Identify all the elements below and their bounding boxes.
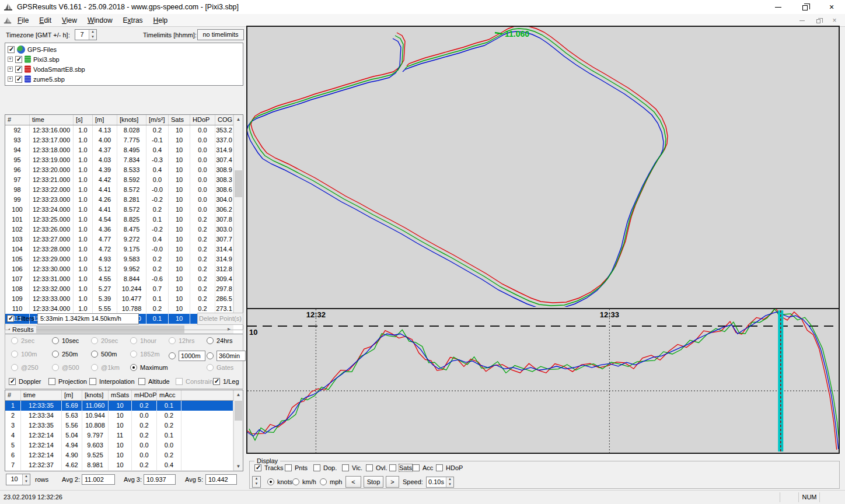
display-checkbox-acc[interactable]: Acc [413, 464, 433, 471]
expand-icon[interactable]: + [8, 66, 13, 72]
checkbox-projection[interactable]: Projection [48, 378, 87, 385]
radio-24hrs[interactable]: 24hrs [207, 337, 233, 344]
tree-item-checkbox[interactable] [15, 66, 22, 73]
menu-edit[interactable]: Edit [34, 15, 57, 26]
column-header[interactable]: mHDoP [132, 390, 157, 400]
table-row[interactable]: 9712:33:21.0001.04.428.5920.0100.0308.3 [5, 175, 243, 185]
radio-1000m[interactable]: 1000m [169, 351, 205, 361]
table-row[interactable]: 10812:33:32.0001.05.2710.2440.7100.2297.… [5, 284, 243, 294]
column-header[interactable]: mSats [109, 390, 132, 400]
scroll-up-icon[interactable]: ▲ [234, 390, 243, 399]
table-row[interactable]: 10112:33:25.0001.04.548.8250.1100.2307.8 [5, 215, 243, 225]
menu-extras[interactable]: Extras [118, 15, 148, 26]
column-header[interactable]: [s] [74, 115, 93, 125]
results-table[interactable]: #time[m][knots]mSatsmHDoPmAcc112:33:355.… [5, 390, 243, 471]
scroll-down-icon[interactable]: ▼ [234, 462, 243, 471]
table-row[interactable]: 212:33:345.6310.944100.00.2 [5, 411, 243, 421]
timezone-spin-arrows[interactable]: ▲▼ [89, 30, 96, 40]
speed-chart[interactable]: 1012:3212:33 [247, 309, 839, 453]
rows-spinner[interactable]: 10 ▲▼ [6, 474, 30, 485]
column-header[interactable]: Sats [169, 115, 190, 125]
zoom-spinner[interactable]: ▲▼ [252, 476, 261, 488]
column-header[interactable]: # [5, 115, 30, 125]
column-header[interactable]: mAcc [157, 390, 181, 400]
table-row[interactable]: 10912:33:33.0001.05.3910.4770.1100.2286.… [5, 294, 243, 304]
table-row[interactable]: 10712:33:31.0001.04.558.844-0.6100.2309.… [5, 274, 243, 284]
trackpoint-table[interactable]: #time[s][m][knots][m/s²]SatsHDoPCOG9212:… [5, 114, 243, 334]
display-checkbox-pnts[interactable]: Pnts [285, 464, 308, 471]
table-row[interactable]: 512:32:144.949.603100.00.0 [5, 440, 243, 450]
column-header[interactable]: COG [215, 115, 233, 125]
radio-10sec[interactable]: 10sec [52, 337, 79, 344]
column-header[interactable] [181, 390, 233, 400]
unit-radio-knots[interactable]: knots [267, 478, 292, 485]
radio-input-360min[interactable]: 360min [217, 351, 246, 361]
radio-maximum[interactable]: Maximum [130, 364, 168, 371]
column-header[interactable]: [knots] [117, 115, 146, 125]
child-close-button[interactable]: × [827, 16, 841, 25]
unit-radio-mph[interactable]: mph [320, 478, 342, 485]
step-forward-button[interactable]: > [386, 476, 399, 488]
table-row[interactable]: 612:32:144.909.525100.00.2 [5, 450, 243, 460]
child-minimize-button[interactable] [795, 16, 809, 25]
radio-360min[interactable]: 360min [207, 351, 246, 361]
radio-input-1000m[interactable]: 1000m [179, 351, 205, 361]
tree-root-checkbox[interactable] [8, 46, 15, 53]
table-row[interactable]: 9512:33:19.0001.04.037.834-0.3100.0307.4 [5, 155, 243, 165]
tree-item-zume5-sbp[interactable]: +zume5.sbp [8, 74, 243, 84]
table-row[interactable]: 10312:33:27.0001.04.779.2720.4100.2307.7 [5, 235, 243, 244]
table-row[interactable]: 112:33:355.6911.060100.20.1 [5, 401, 243, 411]
display-checkbox-vic[interactable]: Vic. [342, 464, 362, 471]
minimize-button[interactable] [764, 0, 791, 14]
display-checkbox-dop[interactable]: Dop. [313, 464, 337, 471]
gps-files-tree[interactable]: GPS-Files+Pixi3.sbp+VodaSmartE8.sbp+zume… [5, 43, 243, 86]
zoom-spin-arrows[interactable]: ▲▼ [253, 477, 260, 487]
column-header[interactable]: [m] [93, 115, 117, 125]
table-row[interactable]: 10612:33:30.0001.05.129.9520.2100.2312.8 [5, 264, 243, 274]
stop-button[interactable]: Stop [364, 476, 383, 488]
table-row[interactable]: 9412:33:18.0001.04.378.4950.4100.0314.9 [5, 145, 243, 155]
track-map-panel[interactable]: 11.060 [246, 26, 840, 308]
expand-icon[interactable]: + [8, 76, 13, 82]
scroll-up-icon[interactable]: ▲ [234, 115, 243, 124]
speed-chart-panel[interactable]: 1012:3212:33 [246, 308, 840, 454]
table-row[interactable]: 9612:33:20.0001.04.398.5330.4100.0308.9 [5, 165, 243, 175]
timelimits-box[interactable]: no timelimits [197, 29, 244, 40]
display-checkbox-sats[interactable]: Sats [389, 464, 412, 471]
tree-item-checkbox[interactable] [15, 76, 22, 83]
tree-root-gps-files[interactable]: GPS-Files [8, 44, 243, 54]
close-button[interactable]: × [818, 0, 845, 14]
table-row[interactable]: 10512:33:29.0001.04.939.5830.2100.2314.9 [5, 254, 243, 264]
menu-window[interactable]: Window [82, 15, 118, 26]
tree-item-vodasmarte8-sbp[interactable]: +VodaSmartE8.sbp [8, 64, 243, 74]
radio-250m[interactable]: 250m [52, 351, 78, 358]
display-checkbox-ovl[interactable]: Ovl. [366, 464, 387, 471]
table-row[interactable]: 10012:33:24.0001.04.418.5720.2100.0306.2 [5, 205, 243, 215]
track-map[interactable]: 11.060 [247, 27, 839, 307]
menu-file[interactable]: File [12, 15, 34, 26]
restore-button[interactable] [791, 0, 818, 14]
display-checkbox-hdop[interactable]: HDoP [436, 464, 463, 471]
timezone-spinner[interactable]: 7 ▲▼ [75, 29, 97, 40]
column-header[interactable]: [m/s²] [146, 115, 169, 125]
checkbox-1leg[interactable]: 1/Leg [213, 378, 239, 385]
speed-spin-arrows[interactable]: ▲▼ [446, 477, 453, 487]
column-header[interactable]: HDoP [190, 115, 215, 125]
table-row[interactable]: 10412:33:28.0001.04.729.175-0.0100.2314.… [5, 244, 243, 254]
table-row[interactable]: 312:33:355.5610.808100.20.2 [5, 421, 243, 430]
checkbox-interpolation[interactable]: Interpolation [89, 378, 135, 385]
filters-input[interactable]: 5:33min 1.342km 14.50km/h [37, 313, 139, 324]
column-header[interactable]: time [21, 390, 62, 400]
table-row[interactable]: 10212:33:26.0001.04.368.475-0.2100.2303.… [5, 225, 243, 235]
menu-help[interactable]: Help [148, 15, 173, 26]
menu-view[interactable]: View [57, 15, 82, 26]
table-row[interactable]: 9212:33:16.0001.04.138.0280.2100.0353.2 [5, 125, 243, 135]
table-row[interactable]: 9812:33:22.0001.04.418.572-0.0100.0308.6 [5, 185, 243, 195]
radio-500m[interactable]: 500m [91, 351, 117, 358]
checkbox-doppler[interactable]: Doppler [9, 378, 41, 385]
tree-item-pixi3-sbp[interactable]: +Pixi3.sbp [8, 54, 243, 64]
expand-icon[interactable]: + [8, 57, 13, 62]
speed-spinner[interactable]: 0.10s ▲▼ [426, 477, 454, 488]
checkbox-altitude[interactable]: Altitude [138, 378, 170, 385]
column-header[interactable]: [knots] [82, 390, 109, 400]
